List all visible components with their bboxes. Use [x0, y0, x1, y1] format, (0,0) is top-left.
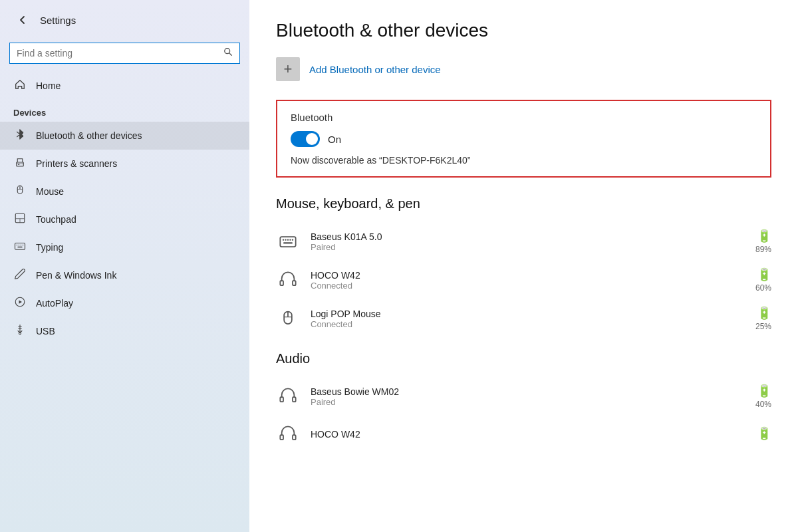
sidebar-item-typing-label: Typing [36, 242, 63, 253]
bluetooth-toggle-row: On [291, 131, 757, 147]
device-name-hoco-w42: HOCO W42 [311, 270, 745, 281]
headset-icon-hoco [276, 268, 300, 292]
bluetooth-section: Bluetooth On Now discoverable as “DESKTO… [276, 100, 771, 178]
device-status-hoco-w42: Connected [311, 281, 745, 291]
device-info-hoco-w42: HOCO W42 Connected [311, 270, 745, 291]
device-name-baseus-k01a: Baseus K01A 5.0 [311, 231, 745, 242]
headset-icon-bowie [276, 384, 300, 408]
sidebar-item-printers-label: Printers & scanners [36, 158, 117, 169]
pen-icon [13, 268, 27, 283]
printers-icon [13, 156, 27, 171]
battery-pct-baseus-bowie: 40% [755, 400, 771, 409]
device-status-baseus-k01a: Paired [311, 242, 745, 252]
battery-icon-logi: 🔋 [757, 306, 771, 321]
device-item-hoco-w42-keyboard[interactable]: HOCO W42 Connected 🔋 60% [276, 261, 771, 299]
bluetooth-toggle-label: On [328, 134, 341, 145]
sidebar-item-home[interactable]: Home [0, 72, 249, 100]
device-item-baseus-bowie[interactable]: Baseus Bowie WM02 Paired 🔋 40% [276, 377, 771, 416]
battery-pct-baseus-k01a: 89% [755, 245, 771, 254]
mouse-keyboard-section-title: Mouse, keyboard, & pen [276, 196, 771, 211]
device-name-hoco-w42-audio: HOCO W42 [311, 429, 746, 440]
svg-line-1 [229, 53, 232, 56]
battery-info-hoco-audio: 🔋 [757, 426, 771, 442]
battery-info-hoco-w42: 🔋 60% [755, 267, 771, 293]
add-device-icon: + [276, 57, 300, 81]
sidebar-item-autoplay[interactable]: AutoPlay [0, 289, 249, 317]
bluetooth-section-label: Bluetooth [291, 112, 757, 123]
add-device-label[interactable]: Add Bluetooth or other device [309, 64, 441, 75]
discoverable-text: Now discoverable as “DESKTOP-F6K2L40” [291, 155, 757, 166]
device-info-hoco-w42-audio: HOCO W42 [311, 429, 746, 440]
sidebar-item-typing[interactable]: Typing [0, 233, 249, 261]
sidebar-item-mouse-label: Mouse [36, 186, 64, 197]
headset-icon-hoco-audio [276, 422, 300, 446]
battery-pct-logi-pop: 25% [755, 322, 771, 331]
sidebar-item-autoplay-label: AutoPlay [36, 298, 73, 309]
battery-info-logi-pop: 🔋 25% [755, 306, 771, 331]
device-info-logi-pop: Logi POP Mouse Connected [311, 309, 745, 329]
search-input[interactable] [17, 48, 218, 59]
back-button[interactable] [13, 11, 32, 29]
battery-info-baseus-bowie: 🔋 40% [755, 384, 771, 409]
mouse-keyboard-section: Mouse, keyboard, & pen Baseus K01A 5.0 P… [276, 196, 771, 338]
device-item-baseus-k01a[interactable]: Baseus K01A 5.0 Paired 🔋 89% [276, 222, 771, 261]
sidebar-item-usb-label: USB [36, 326, 55, 336]
device-info-baseus-bowie: Baseus Bowie WM02 Paired [311, 386, 745, 407]
add-device-button[interactable]: + Add Bluetooth or other device [276, 57, 771, 81]
svg-rect-2 [17, 162, 24, 166]
audio-section-title: Audio [276, 351, 771, 366]
search-icon [223, 47, 233, 59]
device-status-baseus-bowie: Paired [311, 397, 745, 407]
device-info-baseus-k01a: Baseus K01A 5.0 Paired [311, 231, 745, 252]
bluetooth-icon [13, 128, 27, 143]
sidebar-item-usb[interactable]: USB [0, 317, 249, 345]
autoplay-icon [13, 296, 27, 311]
mouse-device-icon [276, 307, 300, 331]
audio-section: Audio Baseus Bowie WM02 Paired 🔋 40% [276, 351, 771, 453]
page-title: Bluetooth & other devices [276, 20, 771, 41]
device-status-logi-pop: Connected [311, 319, 745, 329]
search-box[interactable] [9, 43, 240, 64]
battery-info-baseus-k01a: 🔋 89% [755, 229, 771, 254]
sidebar-item-pen[interactable]: Pen & Windows Ink [0, 261, 249, 289]
device-item-logi-pop[interactable]: Logi POP Mouse Connected 🔋 25% [276, 299, 771, 338]
sidebar: Settings Home Devices Blu [0, 0, 249, 532]
battery-icon-hoco: 🔋 [757, 267, 771, 282]
mouse-icon [13, 184, 27, 199]
device-name-logi-pop: Logi POP Mouse [311, 309, 745, 319]
sidebar-item-bluetooth-label: Bluetooth & other devices [36, 130, 142, 141]
bluetooth-toggle[interactable] [291, 131, 320, 147]
home-label: Home [36, 80, 61, 91]
svg-rect-10 [15, 243, 25, 250]
sidebar-item-bluetooth[interactable]: Bluetooth & other devices [0, 122, 249, 150]
main-content: Bluetooth & other devices + Add Bluetoot… [249, 0, 798, 532]
usb-icon [13, 324, 27, 338]
sidebar-item-touchpad[interactable]: Touchpad [0, 205, 249, 233]
battery-icon-hoco-audio: 🔋 [757, 426, 771, 441]
sidebar-item-touchpad-label: Touchpad [36, 214, 76, 225]
touchpad-icon [13, 212, 27, 227]
sidebar-item-mouse[interactable]: Mouse [0, 178, 249, 205]
home-icon [13, 78, 27, 93]
sidebar-item-pen-label: Pen & Windows Ink [36, 270, 116, 281]
sidebar-header: Settings [0, 0, 249, 40]
devices-section-label: Devices [0, 102, 249, 122]
battery-pct-hoco-w42: 60% [755, 283, 771, 293]
svg-rect-3 [18, 164, 19, 165]
sidebar-item-printers[interactable]: Printers & scanners [0, 150, 249, 178]
battery-icon-baseus-k01a: 🔋 [757, 229, 771, 243]
svg-rect-18 [280, 237, 295, 247]
battery-icon-bowie: 🔋 [757, 384, 771, 398]
device-name-baseus-bowie: Baseus Bowie WM02 [311, 386, 745, 397]
device-item-hoco-w42-audio[interactable]: HOCO W42 🔋 [276, 416, 771, 453]
typing-icon [13, 240, 27, 255]
sidebar-title: Settings [40, 15, 76, 26]
keyboard-icon [276, 229, 300, 253]
